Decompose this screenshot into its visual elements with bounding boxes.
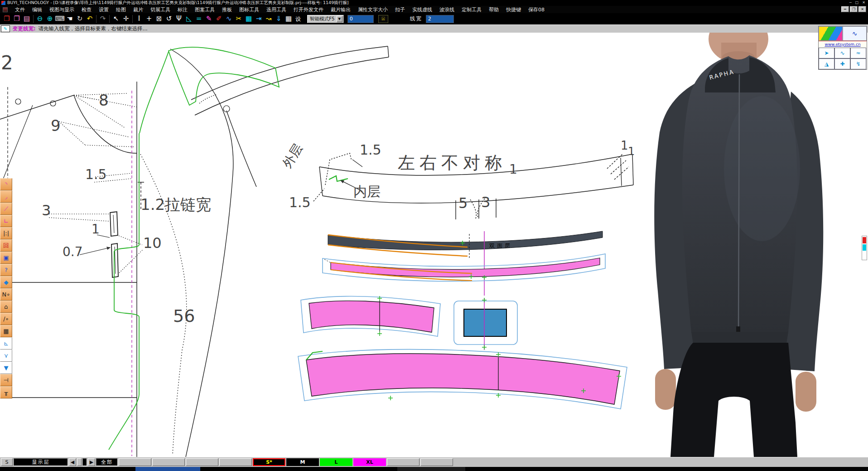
- menu-编辑[interactable]: 编辑: [29, 6, 46, 13]
- menu-属性文字大小[interactable]: 属性文字大小: [354, 6, 391, 13]
- color-grid-icon[interactable]: ▦: [244, 15, 254, 24]
- menu-裁片[interactable]: 裁片: [130, 6, 147, 13]
- prev-layer-button[interactable]: ◀: [69, 458, 76, 466]
- fly-tool-icon[interactable]: ➤: [819, 48, 834, 58]
- empty-size-slot[interactable]: [219, 458, 252, 466]
- menu-扣子[interactable]: 扣子: [391, 6, 409, 13]
- keyboard-icon[interactable]: ⌨: [55, 15, 65, 24]
- rotate-tool-icon[interactable]: ↺: [164, 15, 174, 24]
- move-icon[interactable]: ✛: [121, 15, 131, 24]
- menu-切展工具[interactable]: 切展工具: [147, 6, 174, 13]
- angle-ruler-icon[interactable]: ◺: [184, 15, 194, 24]
- menu-视图与显示[interactable]: 视图与显示: [46, 6, 78, 13]
- zoom-in-icon[interactable]: ⊕: [45, 15, 55, 24]
- plus-tool-icon[interactable]: ✚: [834, 58, 850, 69]
- empty-size-slot[interactable]: [186, 458, 218, 466]
- save-icon[interactable]: ▤: [22, 15, 32, 24]
- empty-size-slot[interactable]: [119, 458, 151, 466]
- refresh-icon[interactable]: ↻: [75, 15, 85, 24]
- no-draw-icon[interactable]: ⊠: [154, 15, 164, 24]
- empty-size-slot[interactable]: [420, 458, 453, 466]
- corner-axis-icon[interactable]: ∟: [0, 215, 12, 227]
- pin-node-icon[interactable]: ╥: [0, 386, 12, 398]
- chevron-down-icon[interactable]: ▼: [337, 16, 342, 22]
- line-width-input[interactable]: 2: [426, 15, 454, 23]
- merge-arrow-icon[interactable]: ⇥: [254, 15, 264, 24]
- close-button[interactable]: ✕: [858, 6, 866, 12]
- settings-char-button[interactable]: 设: [294, 15, 303, 24]
- mini-tool-button[interactable]: ⍓: [378, 15, 388, 23]
- calculator-icon[interactable]: ▦: [0, 325, 12, 337]
- menu-帮助[interactable]: 帮助: [485, 6, 502, 13]
- plus-tool-icon[interactable]: +: [144, 15, 154, 24]
- s-button[interactable]: S: [1, 458, 13, 466]
- filled-square-icon[interactable]: ▣: [0, 252, 12, 264]
- task-strip-active-segment[interactable]: [135, 467, 200, 471]
- redo-icon[interactable]: ↷: [98, 15, 108, 24]
- zigzag-tool-icon[interactable]: ↯: [850, 58, 866, 69]
- menu-波浪线[interactable]: 波浪线: [436, 6, 458, 13]
- edge-scroll-widget[interactable]: [862, 236, 867, 260]
- empty-size-slot[interactable]: [387, 458, 420, 466]
- divider-slider[interactable]: [77, 458, 82, 466]
- chart-icon[interactable]: ∿: [843, 26, 867, 41]
- open-folder-icon[interactable]: ❐: [12, 15, 22, 24]
- curve-icon[interactable]: ◞: [0, 190, 12, 203]
- size-button-S*[interactable]: S*: [253, 458, 285, 466]
- all-sizes-button[interactable]: 全部: [96, 458, 118, 466]
- minimize-icon[interactable]: ─: [849, 0, 852, 5]
- menu-图标工具[interactable]: 图标工具: [236, 6, 263, 13]
- mode-dropdown[interactable]: 智能模式F5 ▼: [307, 15, 344, 23]
- junction-icon[interactable]: ⊣: [0, 374, 12, 386]
- help-icon[interactable]: ?: [0, 264, 12, 276]
- menu-绘图[interactable]: 绘图: [112, 6, 130, 13]
- zoom-out-icon[interactable]: ⊖: [35, 15, 45, 24]
- nested-square-icon[interactable]: 回: [0, 239, 12, 252]
- menu-检查[interactable]: 检查: [78, 6, 95, 13]
- restore-button[interactable]: ❐: [850, 6, 858, 12]
- grid-box-icon[interactable]: ▦: [284, 15, 294, 24]
- menu-保存08[interactable]: 保存08: [525, 6, 548, 13]
- text-tool-icon[interactable]: I: [134, 15, 144, 24]
- funnel-dash-icon[interactable]: ⋎: [0, 350, 12, 362]
- curve-tool-icon[interactable]: ∿: [224, 15, 234, 24]
- value-input[interactable]: 0: [347, 15, 374, 23]
- notch-n-icon[interactable]: N∘: [0, 288, 12, 301]
- close-icon[interactable]: ✕: [862, 0, 865, 5]
- vendor-link[interactable]: www.etsystem.cn: [819, 41, 867, 48]
- curve-brush-icon[interactable]: ◝: [0, 178, 12, 190]
- menu-裁片输出[interactable]: 裁片输出: [327, 6, 354, 13]
- menu-打开外发文件[interactable]: 打开外发文件: [290, 6, 327, 13]
- select-cursor-icon[interactable]: ↖: [111, 15, 121, 24]
- minimize-button[interactable]: ━: [841, 6, 849, 12]
- spacing-icon[interactable]: |:|: [0, 227, 12, 239]
- menu-文件[interactable]: 文件: [11, 6, 29, 13]
- size-button-L[interactable]: L: [320, 458, 352, 466]
- align-square-icon[interactable]: ⊾: [0, 337, 12, 350]
- drop-arrow-icon[interactable]: ⇓: [274, 15, 284, 24]
- menu-图案工具[interactable]: 图案工具: [191, 6, 218, 13]
- approx-tool-icon[interactable]: ≈: [850, 48, 866, 58]
- next-layer-button[interactable]: ▶: [88, 458, 95, 466]
- new-file-icon[interactable]: ❒: [2, 15, 12, 24]
- undo-icon[interactable]: ↶: [85, 15, 95, 24]
- palette-icon[interactable]: [819, 26, 843, 41]
- size-button-M[interactable]: M: [286, 458, 319, 466]
- wave-tool-icon[interactable]: ∿: [834, 48, 850, 58]
- shape-blob-icon[interactable]: ◆: [0, 276, 12, 288]
- empty-size-slot[interactable]: [152, 458, 185, 466]
- notch-angle-icon[interactable]: ⌂: [0, 301, 12, 313]
- notch-slash-icon[interactable]: ∕∘: [0, 313, 12, 325]
- wedge-tool-icon[interactable]: ◮: [819, 58, 834, 69]
- line-point-icon[interactable]: ⟋: [0, 203, 12, 215]
- menu-推板[interactable]: 推板: [218, 6, 236, 13]
- menu-定制工具[interactable]: 定制工具: [458, 6, 485, 13]
- menu-选用工具[interactable]: 选用工具: [263, 6, 290, 13]
- pen-magenta-icon[interactable]: ✎: [204, 15, 214, 24]
- funnel-icon[interactable]: ▼: [0, 362, 12, 374]
- pattern-canvas[interactable]: RAPHA: [0, 33, 868, 457]
- size-button-XL[interactable]: XL: [353, 458, 386, 466]
- lasso-icon[interactable]: ↝: [264, 15, 274, 24]
- menu-实线虚线[interactable]: 实线虚线: [409, 6, 436, 13]
- pan-hand-icon[interactable]: ☚: [65, 15, 75, 24]
